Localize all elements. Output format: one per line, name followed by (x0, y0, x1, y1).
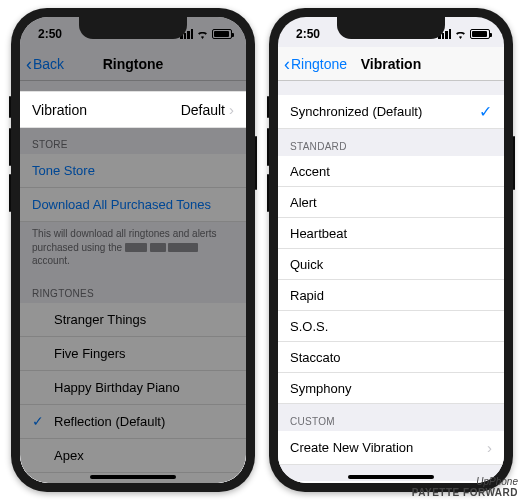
create-new-vibration[interactable]: Create New Vibration › (278, 431, 504, 465)
chevron-left-icon: ‹ (284, 55, 290, 73)
row-label: Rapid (290, 288, 324, 303)
vibration-option[interactable]: Quick (278, 249, 504, 280)
row-label: Staccato (290, 350, 341, 365)
vibration-row-highlight[interactable]: Vibration Default › (20, 91, 246, 128)
section-header-store: STORE (20, 127, 246, 154)
row-label: Symphony (290, 381, 351, 396)
row-label: Alert (290, 195, 317, 210)
row-label: Synchronized (Default) (290, 104, 422, 119)
tone-store-link[interactable]: Tone Store (20, 154, 246, 188)
screen-right: 2:50 ‹ Ringtone Vibration Synchronized (… (278, 17, 504, 483)
wifi-icon (454, 29, 467, 39)
notch (337, 17, 445, 39)
ringtone-option[interactable]: Happy Birthday Piano (20, 371, 246, 405)
ringtone-option[interactable]: Five Fingers (20, 337, 246, 371)
battery-icon (470, 29, 490, 39)
ringtone-option[interactable]: Stranger Things (20, 303, 246, 337)
chevron-right-icon: › (229, 101, 234, 118)
iphone-frame-right: 2:50 ‹ Ringtone Vibration Synchronized (… (269, 8, 513, 492)
row-label: S.O.S. (290, 319, 328, 334)
row-label: Heartbeat (290, 226, 347, 241)
back-label: Back (33, 56, 64, 72)
row-label: Accent (290, 164, 330, 179)
section-header-custom: CUSTOM (278, 404, 504, 431)
row-label: Beacon (54, 482, 98, 484)
content-scroll[interactable]: Vibration Default › STORE Tone Store Dow… (20, 81, 246, 483)
back-label: Ringtone (291, 56, 347, 72)
status-icons (180, 29, 232, 39)
nav-bar: ‹ Ringtone Vibration (278, 47, 504, 81)
vibration-option[interactable]: Alert (278, 187, 504, 218)
screen-left: 2:50 ‹ Back Ringtone Vibration Defaul (20, 17, 246, 483)
row-label: Reflection (Default) (54, 414, 165, 429)
page-title: Vibration (361, 56, 421, 72)
row-label: Apex (54, 448, 84, 463)
row-label: Vibration (32, 102, 87, 118)
row-label: Happy Birthday Piano (54, 380, 180, 395)
wifi-icon (196, 29, 209, 39)
ringtone-option[interactable]: Apex (20, 439, 246, 473)
vibration-option-default[interactable]: Synchronized (Default) ✓ (278, 95, 504, 129)
row-label: Stranger Things (54, 312, 146, 327)
nav-bar: ‹ Back Ringtone (20, 47, 246, 81)
status-icons (438, 29, 490, 39)
download-note: This will download all ringtones and ale… (20, 222, 246, 276)
vibration-option[interactable]: Accent (278, 156, 504, 187)
download-all-link[interactable]: Download All Purchased Tones (20, 188, 246, 222)
vibration-option[interactable]: Heartbeat (278, 218, 504, 249)
checkmark-icon: ✓ (32, 413, 54, 429)
back-button[interactable]: ‹ Ringtone (284, 55, 347, 73)
vibration-option[interactable]: Symphony (278, 373, 504, 404)
ringtone-option[interactable]: ✓Reflection (Default) (20, 405, 246, 439)
vibration-option[interactable]: Staccato (278, 342, 504, 373)
content-scroll[interactable]: Synchronized (Default) ✓ STANDARD Accent… (278, 81, 504, 483)
status-time: 2:50 (296, 27, 320, 41)
checkmark-icon: ✓ (479, 102, 492, 121)
section-header-standard: STANDARD (278, 129, 504, 156)
home-indicator[interactable] (90, 475, 176, 479)
status-time: 2:50 (38, 27, 62, 41)
row-value: Default (181, 102, 225, 118)
page-title: Ringtone (103, 56, 164, 72)
row-label: Five Fingers (54, 346, 126, 361)
section-header-ringtones: RINGTONES (20, 276, 246, 303)
vibration-option[interactable]: S.O.S. (278, 311, 504, 342)
back-button[interactable]: ‹ Back (26, 55, 64, 73)
vibration-option[interactable]: Rapid (278, 280, 504, 311)
chevron-right-icon: › (487, 439, 492, 456)
watermark: UpPhone PAYETTE FORWARD (412, 477, 518, 498)
iphone-frame-left: 2:50 ‹ Back Ringtone Vibration Defaul (11, 8, 255, 492)
battery-icon (212, 29, 232, 39)
row-label: Quick (290, 257, 323, 272)
chevron-left-icon: ‹ (26, 55, 32, 73)
notch (79, 17, 187, 39)
row-label: Create New Vibration (290, 440, 413, 455)
